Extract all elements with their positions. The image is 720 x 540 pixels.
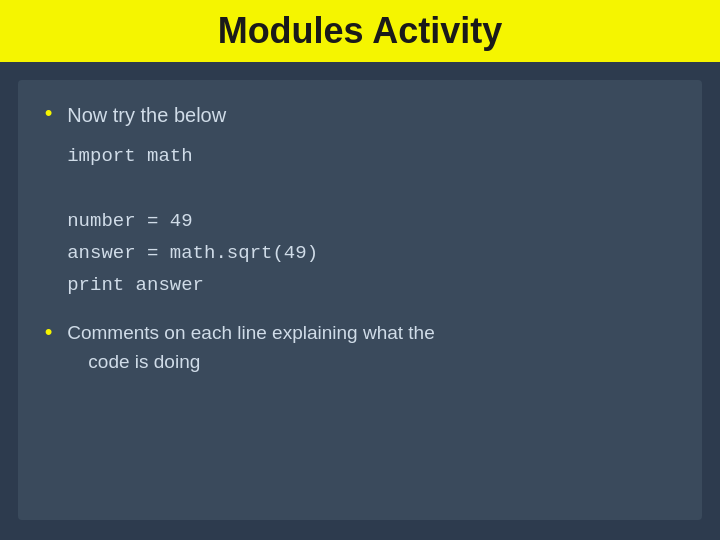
bullet2-body: Comments on each line explaining what th…	[67, 319, 435, 376]
page-title: Modules Activity	[218, 10, 503, 51]
bullet-item-1: • Now try the below import math number =…	[42, 100, 678, 301]
bullet-symbol-1: •	[42, 102, 55, 127]
bullet-item-2: • Comments on each line explaining what …	[42, 319, 678, 376]
code-block-1: import math number = 49 answer = math.sq…	[67, 140, 318, 301]
bullet1-body: Now try the below import math number = 4…	[67, 100, 318, 301]
bullet1-text: Now try the below	[67, 104, 226, 126]
bullet-symbol-2: •	[42, 321, 55, 346]
code-line-2	[67, 172, 318, 204]
header-bar: Modules Activity	[0, 0, 720, 62]
code-line-3: number = 49	[67, 205, 318, 237]
bullet2-text: Comments on each line explaining what th…	[67, 322, 435, 372]
code-line-1: import math	[67, 140, 318, 172]
content-area: • Now try the below import math number =…	[18, 80, 702, 520]
code-line-5: print answer	[67, 269, 318, 301]
page-container: Modules Activity • Now try the below imp…	[0, 0, 720, 520]
code-line-4: answer = math.sqrt(49)	[67, 237, 318, 269]
